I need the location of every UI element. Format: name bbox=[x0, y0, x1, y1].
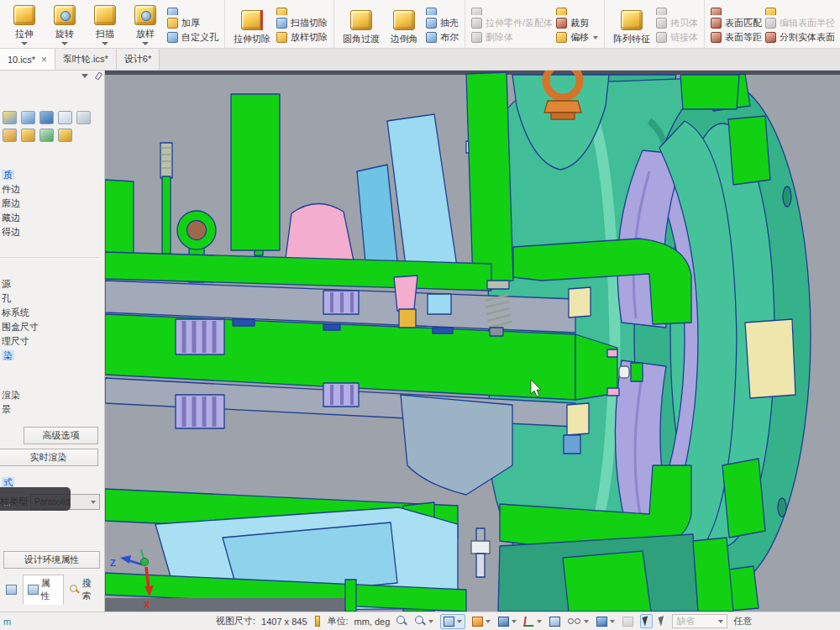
doc-tab-design6[interactable]: 设计6* bbox=[117, 49, 160, 70]
clipped-ribbon-item[interactable] bbox=[167, 8, 218, 15]
custom-hole-button[interactable]: 自定义孔 bbox=[167, 31, 218, 44]
doc-tab-10ics[interactable]: 10.ics* × bbox=[0, 49, 55, 70]
cube-icon bbox=[498, 617, 509, 627]
panel-tool-icon[interactable] bbox=[3, 129, 17, 142]
render-style-button[interactable] bbox=[471, 615, 491, 628]
structure-icon bbox=[6, 585, 17, 595]
tree-item[interactable]: 件边 bbox=[0, 182, 20, 197]
status-bar: m 视图尺寸: 1407 x 845 单位: mm, deg 缺省 任意 bbox=[0, 612, 840, 630]
custom-hole-label: 自定义孔 bbox=[181, 31, 218, 44]
clipped-ribbon-item[interactable] bbox=[276, 8, 328, 15]
tree-item[interactable]: 源 bbox=[0, 277, 39, 291]
panel-tool-icon[interactable] bbox=[58, 111, 72, 124]
clipped-ribbon-item[interactable] bbox=[765, 8, 835, 15]
select-tool-button[interactable] bbox=[640, 614, 653, 628]
flange-gasket[interactable] bbox=[745, 319, 795, 398]
advanced-options-button[interactable]: 高级选项 bbox=[24, 427, 98, 444]
panel-tool-icon[interactable] bbox=[3, 111, 17, 124]
tab-search[interactable]: 搜索 bbox=[66, 575, 104, 604]
surface-match-button[interactable]: 表面匹配 bbox=[711, 17, 762, 29]
panel-tool-icon[interactable] bbox=[76, 111, 91, 124]
shell-button[interactable]: 抽壳 bbox=[426, 17, 459, 29]
pin-icon[interactable] bbox=[95, 71, 102, 80]
axis-display-button[interactable] bbox=[523, 615, 543, 628]
tree-item[interactable]: 渲染 bbox=[0, 388, 20, 402]
select-alt-button[interactable] bbox=[659, 615, 666, 627]
extrude-button[interactable]: 拉伸 bbox=[5, 12, 44, 48]
pattern-feature-button[interactable]: 阵列特征 bbox=[610, 17, 654, 48]
clipped-ribbon-item[interactable] bbox=[471, 8, 553, 15]
panel-tool-icon[interactable] bbox=[21, 129, 35, 142]
tab-structure[interactable] bbox=[2, 583, 21, 596]
surface-offset-button[interactable]: 表面等距 bbox=[711, 31, 762, 44]
bottom-flange-leg[interactable] bbox=[693, 538, 733, 612]
chevron-down-icon bbox=[610, 620, 615, 623]
thicken-button[interactable]: 加厚 bbox=[167, 17, 218, 29]
sweep-cut-button[interactable]: 扫描切除 bbox=[276, 17, 328, 29]
loft-cut-icon bbox=[276, 32, 287, 43]
tree-item-selected[interactable]: 染 bbox=[0, 349, 39, 363]
panel-tool-icon[interactable] bbox=[39, 129, 54, 142]
realtime-render-button[interactable]: 实时渲染 bbox=[0, 449, 98, 466]
close-icon[interactable]: × bbox=[41, 55, 47, 64]
zoom-out-button[interactable] bbox=[414, 614, 434, 628]
tree-item-selected[interactable]: 质 bbox=[0, 168, 20, 182]
doc-tab-label: 设计6* bbox=[124, 53, 151, 66]
view-size-label: 视图尺寸: bbox=[216, 615, 255, 627]
loft-cut-button[interactable]: 放样切除 bbox=[276, 31, 328, 44]
offset-icon bbox=[556, 32, 567, 43]
tree-item[interactable]: 标系统 bbox=[0, 306, 39, 320]
base-pillar[interactable] bbox=[345, 580, 356, 612]
trim-button[interactable]: 裁剪 bbox=[556, 17, 598, 29]
offset-label: 偏移 bbox=[570, 31, 589, 44]
iso-view-button[interactable] bbox=[596, 615, 616, 628]
loft-button[interactable]: 放样 bbox=[126, 12, 165, 48]
glasses-icon bbox=[568, 617, 581, 625]
shaded-box-icon bbox=[472, 617, 483, 627]
tree-item[interactable]: 景 bbox=[0, 402, 20, 417]
surface-match-label: 表面匹配 bbox=[725, 17, 762, 29]
tree-item[interactable]: 藏边 bbox=[0, 211, 20, 225]
display-mode-button[interactable] bbox=[497, 615, 517, 628]
thicken-icon bbox=[167, 18, 178, 29]
doc-tab-impeller[interactable]: 泵叶轮.ics* bbox=[55, 49, 117, 70]
shaded-view-button[interactable] bbox=[549, 615, 561, 628]
panel-tool-icon[interactable] bbox=[58, 129, 72, 142]
tab-properties[interactable]: 属性 bbox=[23, 575, 64, 605]
tree-item[interactable]: 廓边 bbox=[0, 197, 20, 211]
tree-item[interactable]: 孔 bbox=[0, 291, 39, 306]
bottom-section-cut[interactable] bbox=[563, 551, 651, 612]
zoom-in-button[interactable] bbox=[396, 614, 408, 628]
design-env-properties-button[interactable]: 设计环境属性 bbox=[3, 551, 100, 569]
extrude-cut-button[interactable]: 拉伸切除 bbox=[230, 17, 274, 48]
chevron-down-icon[interactable] bbox=[81, 74, 88, 78]
view-mode-button[interactable] bbox=[440, 614, 465, 629]
fillet-button[interactable]: 圆角过渡 bbox=[339, 17, 383, 48]
tree-item[interactable]: 围盒尺寸 bbox=[0, 320, 39, 334]
fillet-icon bbox=[350, 10, 372, 30]
panel-header bbox=[81, 72, 101, 80]
clipped-icon bbox=[167, 8, 178, 15]
tree-item[interactable]: 理尺寸 bbox=[0, 334, 39, 349]
selection-filter-dropdown[interactable]: 缺省 bbox=[672, 614, 727, 628]
ribbon-group-solids: 拉伸 旋转 扫描 放样 加厚 bbox=[0, 0, 224, 48]
tree-item[interactable]: 得边 bbox=[0, 225, 20, 239]
chevron-down-icon bbox=[584, 620, 589, 623]
clipped-ribbon-item[interactable] bbox=[711, 8, 762, 15]
clipped-ribbon-item[interactable] bbox=[556, 8, 598, 15]
clipped-ribbon-item[interactable] bbox=[426, 8, 459, 15]
viewport-3d[interactable]: Z X bbox=[105, 71, 840, 612]
perspective-button[interactable] bbox=[567, 616, 590, 627]
offset-button[interactable]: 偏移 bbox=[556, 31, 598, 44]
panel-bottom-tabs: 属性 搜索 bbox=[0, 580, 104, 600]
panel-tool-icon[interactable] bbox=[39, 111, 54, 124]
sweep-button[interactable]: 扫描 bbox=[86, 12, 124, 48]
revolve-button[interactable]: 旋转 bbox=[45, 12, 84, 48]
chamfer-button[interactable]: 边倒角 bbox=[385, 17, 423, 48]
cursor-icon bbox=[643, 616, 651, 627]
view-size-value: 1407 x 845 bbox=[261, 617, 307, 627]
clipped-ribbon-item[interactable] bbox=[656, 8, 698, 15]
panel-tool-icon[interactable] bbox=[21, 111, 35, 124]
split-solid-surface-button[interactable]: 分割实体表面 bbox=[765, 31, 835, 44]
boolean-button[interactable]: 布尔 bbox=[426, 31, 459, 44]
